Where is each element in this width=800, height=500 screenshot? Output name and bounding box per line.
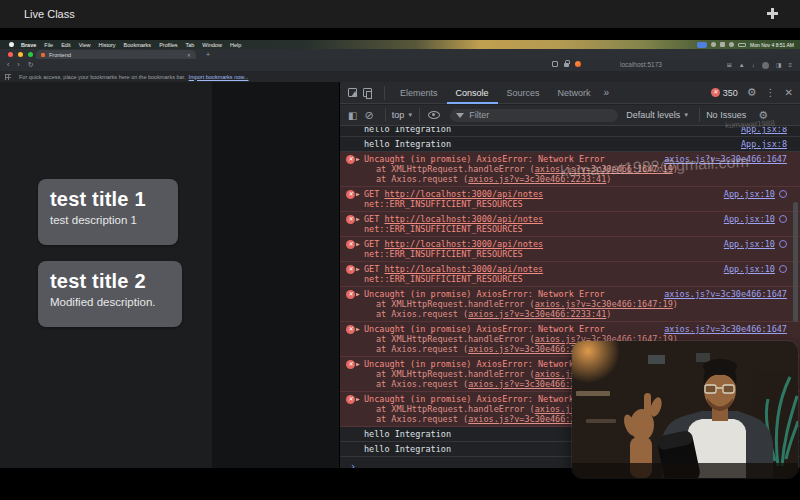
more-tabs-icon[interactable]: » [600,87,614,98]
close-devtools-icon[interactable]: ✕ [785,87,793,98]
network-request-icon[interactable] [779,190,787,198]
menu-item-brave[interactable]: Brave [21,42,36,48]
network-request-icon[interactable] [779,240,787,248]
menu-item-edit[interactable]: Edit [61,42,70,48]
wifi-icon[interactable] [729,42,734,47]
network-request-icon[interactable] [779,215,787,223]
import-bookmarks-link[interactable]: Import bookmarks now... [189,74,249,80]
clear-console-icon[interactable]: ⊘ [364,109,373,122]
request-url-link[interactable]: http://localhost:3000/api/notes [384,214,543,224]
console-sidebar-icon[interactable]: ◧ [348,110,357,121]
minimize-window-button[interactable] [18,52,23,57]
new-tab-button[interactable]: + [206,51,210,58]
menu-item-window[interactable]: Window [202,42,222,48]
menu-item-help[interactable]: Help [230,42,241,48]
network-request-icon[interactable] [779,265,787,273]
status-icon[interactable] [720,42,725,47]
close-window-button[interactable] [8,52,13,57]
source-link[interactable]: App.jsx:8 [741,127,787,134]
expand-triangle-icon[interactable]: ▶ [356,324,360,334]
zoom-window-button[interactable] [28,52,33,57]
menu-item-view[interactable]: View [79,42,91,48]
reload-icon[interactable]: ↻ [28,61,34,69]
console-error-row[interactable]: ✕ ▶ Uncaught (in promise) AxiosError: Ne… [340,152,800,187]
more-options-icon[interactable]: ⋮ [766,87,776,98]
tab-network[interactable]: Network [549,82,600,104]
expand-triangle-icon[interactable]: ▶ [356,154,360,164]
log-levels-selector[interactable]: Default levels ▼ [626,110,689,120]
note-card[interactable]: test title 2 Modified description. [38,261,182,327]
request-url-link[interactable]: http://localhost:3000/api/notes [384,189,543,199]
note-card[interactable]: test title 1 test description 1 [38,179,178,245]
source-link[interactable]: axios.js?v=3c30e466:1647 [664,324,787,334]
profile-icon[interactable] [762,62,769,69]
tab-sources[interactable]: Sources [498,82,549,104]
stack-link[interactable]: axios.js?v=3c30e466:1647:19 [535,164,673,174]
back-icon[interactable]: ‹ [7,61,9,69]
apple-icon[interactable] [9,42,14,47]
console-network-error-row[interactable]: ✕ ▶ GET http://localhost:3000/api/notes … [340,262,800,287]
menu-item-profiles[interactable]: Profiles [159,42,177,48]
tab-close-icon[interactable]: ✕ [187,52,191,58]
console-network-error-row[interactable]: ✕ ▶ GET http://localhost:3000/api/notes … [340,237,800,262]
lock-icon[interactable] [564,63,569,67]
source-link[interactable]: App.jsx:10 [724,214,775,224]
console-settings-gear-icon[interactable]: ⚙ [758,109,768,122]
browser-tab[interactable]: Frontend ✕ [36,50,196,59]
menu-item-bookmarks[interactable]: Bookmarks [124,42,152,48]
issues-counter[interactable]: No Issues [706,110,746,120]
request-url-link[interactable]: http://localhost:3000/api/notes [384,239,543,249]
source-link[interactable]: axios.js?v=3c30e466:1647 [664,154,787,164]
browser-menu-icon[interactable]: ≡ [788,61,792,69]
webcam-overlay[interactable] [572,341,798,478]
menu-item-history[interactable]: History [98,42,115,48]
brave-shield-icon[interactable] [575,61,581,67]
expand-triangle-icon[interactable]: ▶ [356,394,360,404]
source-link[interactable]: axios.js?v=3c30e466:1647 [664,289,787,299]
reader-mode-icon[interactable] [552,61,558,67]
status-icon[interactable] [711,42,716,47]
sidebar-toggle-icon[interactable]: ◨ [776,61,782,69]
extensions-icon[interactable]: ⊞ [727,61,732,69]
url-text[interactable]: localhost:5173 [620,61,662,68]
expand-triangle-icon[interactable]: ▶ [356,264,360,274]
source-link[interactable]: App.jsx:10 [724,189,775,199]
console-scrollbar[interactable] [793,202,798,322]
expand-triangle-icon[interactable]: ▶ [356,289,360,299]
live-expression-eye-icon[interactable] [428,111,440,119]
context-value: top [392,110,405,120]
screen-record-icon[interactable] [697,42,707,48]
source-link[interactable]: App.jsx:8 [741,139,787,149]
console-error-row[interactable]: ✕ ▶ Uncaught (in promise) AxiosError: Ne… [340,287,800,322]
stack-link[interactable]: axios.js?v=3c30e466:2233:41 [468,309,606,319]
forward-icon[interactable]: › [17,61,19,69]
source-link[interactable]: App.jsx:10 [724,264,775,274]
console-network-error-row[interactable]: ✕ ▶ GET http://localhost:3000/api/notes … [340,187,800,212]
console-log-row[interactable]: hello Integration App.jsx:8 [340,127,800,137]
tab-console[interactable]: Console [447,82,498,104]
downloads-icon[interactable]: ↓ [752,61,755,69]
expand-triangle-icon[interactable]: ▶ [356,359,360,369]
stack-link[interactable]: axios.js?v=3c30e466:1647:19 [535,299,673,309]
wallet-icon[interactable]: ▲ [739,61,745,69]
expand-triangle-icon[interactable]: ▶ [356,214,360,224]
menu-item-file[interactable]: File [44,42,53,48]
error-count-badge[interactable]: ✕ 350 [711,88,738,98]
expand-triangle-icon[interactable]: ▶ [356,239,360,249]
expand-triangle-icon[interactable]: ▶ [356,189,360,199]
device-toolbar-icon[interactable] [363,88,372,97]
menu-item-tab[interactable]: Tab [185,42,194,48]
expand-icon[interactable] [767,8,778,19]
console-network-error-row[interactable]: ✕ ▶ GET http://localhost:3000/api/notes … [340,212,800,237]
console-log-row[interactable]: hello Integration App.jsx:8 [340,137,800,152]
context-selector[interactable]: top ▼ [392,110,413,120]
source-link[interactable]: App.jsx:10 [724,239,775,249]
request-url-link[interactable]: http://localhost:3000/api/notes [384,264,543,274]
settings-gear-icon[interactable]: ⚙ [747,86,757,99]
tab-elements[interactable]: Elements [391,82,447,104]
inspect-icon[interactable] [348,88,357,97]
apps-grid-icon[interactable] [5,74,11,80]
filter-input[interactable]: Filter [450,109,618,122]
stack-link[interactable]: axios.js?v=3c30e466:2233:41 [468,174,606,184]
log-text: hello Integration [364,429,451,439]
